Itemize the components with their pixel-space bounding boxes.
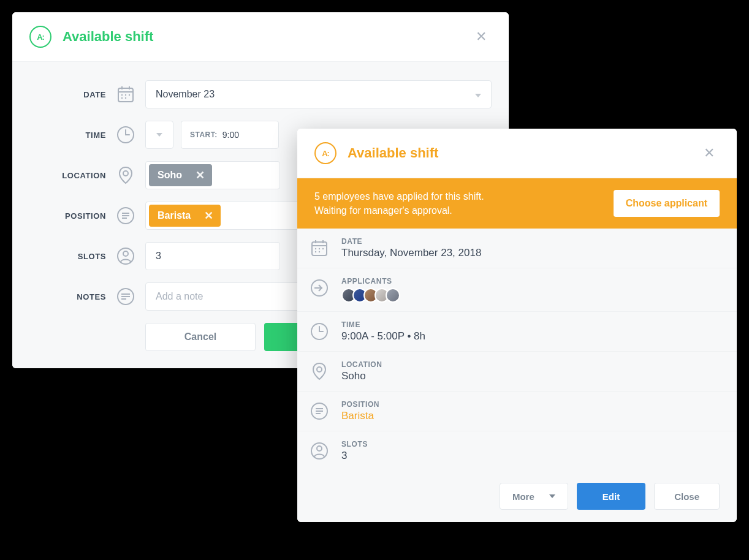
position-tag-text: Barista bbox=[158, 210, 191, 221]
date-label: DATE bbox=[29, 90, 106, 99]
location-input[interactable]: Soho ✕ bbox=[145, 161, 280, 189]
date-value: November 23 bbox=[156, 89, 215, 100]
pin-icon bbox=[115, 164, 137, 186]
time-type-select[interactable] bbox=[145, 121, 173, 149]
avatar bbox=[386, 288, 400, 303]
position-tag: Barista ✕ bbox=[149, 205, 221, 227]
more-label: More bbox=[512, 491, 534, 502]
detail-time-label: TIME bbox=[341, 320, 425, 329]
clock-icon bbox=[308, 320, 330, 342]
detail-time-value: 9:00A - 5:00P • 8h bbox=[341, 330, 425, 342]
banner-text: 5 employees have applied for this shift.… bbox=[314, 189, 614, 218]
location-tag-text: Soho bbox=[158, 170, 182, 181]
choose-applicant-button[interactable]: Choose applicant bbox=[614, 190, 720, 217]
calendar-icon bbox=[115, 83, 137, 105]
location-label: LOCATION bbox=[29, 171, 106, 180]
arrow-in-icon bbox=[308, 277, 330, 299]
close-button[interactable]: Close bbox=[654, 483, 720, 510]
close-icon[interactable]: ✕ bbox=[471, 26, 492, 47]
detail-slots-row: SLOTS 3 bbox=[297, 431, 737, 471]
detail-time-row: TIME 9:00A - 5:00P • 8h bbox=[297, 312, 737, 352]
detail-position-value: Barista bbox=[341, 410, 379, 422]
person-icon bbox=[115, 245, 137, 267]
app-logo-icon: A: bbox=[29, 26, 51, 48]
edit-modal-title: Available shift bbox=[63, 29, 471, 45]
position-input[interactable]: Barista ✕ bbox=[145, 202, 305, 230]
view-modal-header: A: Available shift ✕ bbox=[297, 129, 737, 178]
pin-icon bbox=[308, 360, 330, 382]
edit-modal-header: A: Available shift ✕ bbox=[12, 12, 509, 62]
date-select[interactable]: November 23 bbox=[145, 80, 492, 108]
banner-line1: 5 employees have applied for this shift. bbox=[314, 189, 614, 203]
banner-line2: Waiting for manager's approval. bbox=[314, 203, 614, 218]
remove-tag-icon[interactable]: ✕ bbox=[196, 168, 205, 182]
detail-position-row: POSITION Barista bbox=[297, 392, 737, 431]
slots-label: SLOTS bbox=[29, 252, 106, 261]
detail-location-row: LOCATION Soho bbox=[297, 352, 737, 392]
start-label: START: bbox=[190, 131, 218, 139]
chevron-down-icon bbox=[549, 494, 555, 498]
detail-location-value: Soho bbox=[341, 370, 382, 382]
remove-tag-icon[interactable]: ✕ bbox=[204, 209, 213, 222]
more-button[interactable]: More bbox=[500, 483, 568, 510]
detail-date-row: DATE Thursday, November 23, 2018 bbox=[297, 229, 737, 268]
view-modal-title: Available shift bbox=[348, 145, 699, 161]
detail-position-label: POSITION bbox=[341, 400, 379, 409]
detail-applicants-label: APPLICANTS bbox=[341, 277, 400, 286]
calendar-icon bbox=[308, 237, 330, 259]
view-shift-modal: A: Available shift ✕ 5 employees have ap… bbox=[297, 129, 737, 522]
position-label: POSITION bbox=[29, 211, 106, 221]
app-logo-icon: A: bbox=[314, 142, 336, 164]
position-icon bbox=[115, 205, 137, 227]
edit-button[interactable]: Edit bbox=[577, 483, 645, 510]
approval-banner: 5 employees have applied for this shift.… bbox=[297, 178, 737, 229]
view-footer: More Edit Close bbox=[297, 471, 737, 522]
start-value: 9:00 bbox=[222, 130, 239, 140]
detail-date-label: DATE bbox=[341, 237, 481, 246]
date-row: DATE November 23 bbox=[29, 80, 492, 108]
start-time-input[interactable]: START: 9:00 bbox=[181, 121, 279, 149]
applicant-avatars[interactable] bbox=[341, 288, 400, 303]
notes-icon bbox=[115, 286, 137, 308]
notes-label: NOTES bbox=[29, 292, 106, 301]
cancel-button[interactable]: Cancel bbox=[145, 323, 256, 351]
detail-date-value: Thursday, November 23, 2018 bbox=[341, 247, 481, 259]
chevron-down-icon bbox=[475, 89, 481, 100]
detail-list: DATE Thursday, November 23, 2018 APPLICA… bbox=[297, 229, 737, 471]
position-icon bbox=[308, 400, 330, 422]
location-tag: Soho ✕ bbox=[149, 164, 212, 186]
detail-slots-value: 3 bbox=[341, 450, 368, 462]
slots-input[interactable] bbox=[145, 242, 280, 270]
close-icon[interactable]: ✕ bbox=[699, 143, 720, 164]
clock-icon bbox=[115, 124, 137, 146]
detail-slots-label: SLOTS bbox=[341, 440, 368, 448]
notes-input[interactable] bbox=[145, 282, 305, 311]
detail-location-label: LOCATION bbox=[341, 360, 382, 369]
person-icon bbox=[308, 440, 330, 462]
detail-applicants-row: APPLICANTS bbox=[297, 268, 737, 312]
time-label: TIME bbox=[29, 131, 106, 140]
